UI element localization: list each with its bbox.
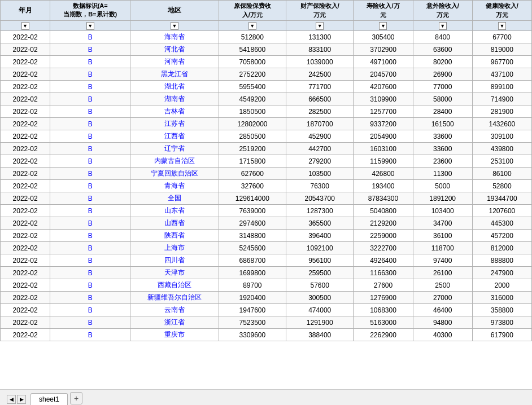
filter-col3[interactable]: ▼: [354, 21, 413, 31]
filter-btn-region[interactable]: ▼: [171, 22, 178, 30]
table-cell: 1850500: [219, 105, 286, 118]
table-row: 2022-02B海南省512800131300305400840067700: [1, 31, 532, 43]
table-cell: 2022-02: [1, 130, 50, 143]
table-cell: B: [50, 43, 130, 56]
table-cell: 1920400: [219, 292, 286, 304]
filter-btn-year[interactable]: ▼: [21, 22, 29, 30]
table-cell: 365500: [286, 217, 354, 230]
sheet-scroll-left[interactable]: ◀: [7, 395, 16, 404]
table-cell: 天津市: [130, 267, 219, 279]
table-cell: B: [50, 192, 130, 205]
table-cell: 5245600: [219, 242, 286, 254]
table-cell: B: [50, 31, 130, 43]
filter-btn-col4[interactable]: ▼: [439, 22, 447, 30]
table-cell: 2000: [472, 279, 531, 292]
filter-btn-col1[interactable]: ▼: [248, 22, 256, 30]
table-cell: 973800: [472, 316, 531, 329]
table-cell: 20543700: [286, 192, 354, 205]
table-cell: B: [50, 292, 130, 304]
table-cell: 全国: [130, 192, 219, 205]
add-sheet-button[interactable]: +: [70, 392, 82, 404]
sheet-scroll-right[interactable]: ▶: [17, 395, 26, 404]
table-cell: 山东省: [130, 205, 219, 217]
table-cell: 宁夏回族自治区: [130, 168, 219, 180]
filter-row: ▼ ▼ ▼ ▼ ▼ ▼ ▼ ▼: [1, 21, 532, 31]
table-cell: 67700: [472, 31, 531, 43]
table-cell: 247900: [472, 267, 531, 279]
table-cell: 161500: [413, 118, 472, 130]
table-cell: 2262900: [354, 329, 413, 341]
table-cell: 426800: [354, 168, 413, 180]
table-cell: 3109900: [354, 93, 413, 105]
col-header-region: 地区: [130, 1, 219, 21]
table-cell: 396400: [286, 230, 354, 242]
table-cell: 7639000: [219, 205, 286, 217]
table-cell: 2022-02: [1, 180, 50, 192]
filter-col5[interactable]: ▼: [472, 21, 531, 31]
table-cell: 46400: [413, 304, 472, 316]
table-cell: B: [50, 118, 130, 130]
table-cell: B: [50, 242, 130, 254]
table-cell: 青海省: [130, 180, 219, 192]
table-row: 2022-02B天津市16998002595001166300261002479…: [1, 267, 532, 279]
table-cell: 57600: [286, 279, 354, 292]
table-cell: 1891200: [413, 192, 472, 205]
table-cell: 193400: [354, 180, 413, 192]
table-cell: 11300: [413, 168, 472, 180]
table-cell: 3309600: [219, 329, 286, 341]
table-cell: 86100: [472, 168, 531, 180]
table-cell: 黑龙江省: [130, 68, 219, 81]
table-cell: 33600: [413, 143, 472, 155]
table-cell: B: [50, 205, 130, 217]
table-row: 2022-02B宁夏回族自治区6276001035004268001130086…: [1, 168, 532, 180]
table-cell: 282500: [286, 105, 354, 118]
table-cell: 316000: [472, 292, 531, 304]
table-cell: 94800: [413, 316, 472, 329]
table-cell: 西藏自治区: [130, 279, 219, 292]
table-row: 2022-02B江苏省12802000187070093372001615001…: [1, 118, 532, 130]
table-cell: 海南省: [130, 31, 219, 43]
filter-region[interactable]: ▼: [130, 21, 219, 31]
table-cell: 819000: [472, 43, 531, 56]
col-header-year: 年月: [1, 1, 50, 21]
table-wrapper[interactable]: 年月 数据标识(A=当期数，B=累计数) 地区 原保险保费收入/万元 财产保险收…: [0, 0, 532, 389]
table-row: 2022-02B云南省19476004740001068300464003588…: [1, 304, 532, 316]
table-cell: B: [50, 143, 130, 155]
table-cell: 2022-02: [1, 31, 50, 43]
table-cell: 2022-02: [1, 93, 50, 105]
table-cell: 3222700: [354, 242, 413, 254]
table-cell: 445300: [472, 217, 531, 230]
filter-btn-col2[interactable]: ▼: [316, 22, 324, 30]
table-cell: 19344700: [472, 192, 531, 205]
table-row: 2022-02B浙江省75235001291900516300094800973…: [1, 316, 532, 329]
filter-col1[interactable]: ▼: [219, 21, 286, 31]
filter-btn-dataflag[interactable]: ▼: [86, 22, 94, 30]
table-cell: 36100: [413, 230, 472, 242]
table-cell: 8400: [413, 31, 472, 43]
table-cell: 77000: [413, 81, 472, 93]
table-cell: 118700: [413, 242, 472, 254]
table-row: 2022-02B湖北省59554007717004207600770008991…: [1, 81, 532, 93]
filter-year[interactable]: ▼: [1, 21, 50, 31]
table-cell: 重庆市: [130, 329, 219, 341]
table-cell: B: [50, 130, 130, 143]
filter-btn-col5[interactable]: ▼: [498, 22, 506, 30]
filter-col2[interactable]: ▼: [286, 21, 354, 31]
table-cell: 2022-02: [1, 217, 50, 230]
filter-dataflag[interactable]: ▼: [50, 21, 130, 31]
sheet-tab-sheet1[interactable]: sheet1: [30, 393, 68, 405]
table-cell: 4926400: [354, 254, 413, 267]
table-cell: 103400: [413, 205, 472, 217]
table-cell: 76300: [286, 180, 354, 192]
table-cell: 2045700: [354, 68, 413, 81]
table-cell: 河北省: [130, 43, 219, 56]
table-cell: 52800: [472, 180, 531, 192]
filter-btn-col3[interactable]: ▼: [379, 22, 387, 30]
table-cell: 山西省: [130, 217, 219, 230]
table-cell: B: [50, 155, 130, 168]
table-cell: 1039000: [286, 56, 354, 68]
col-header-col5: 健康险收入/万元: [472, 1, 531, 21]
filter-col4[interactable]: ▼: [413, 21, 472, 31]
table-cell: 2022-02: [1, 56, 50, 68]
table-cell: B: [50, 279, 130, 292]
